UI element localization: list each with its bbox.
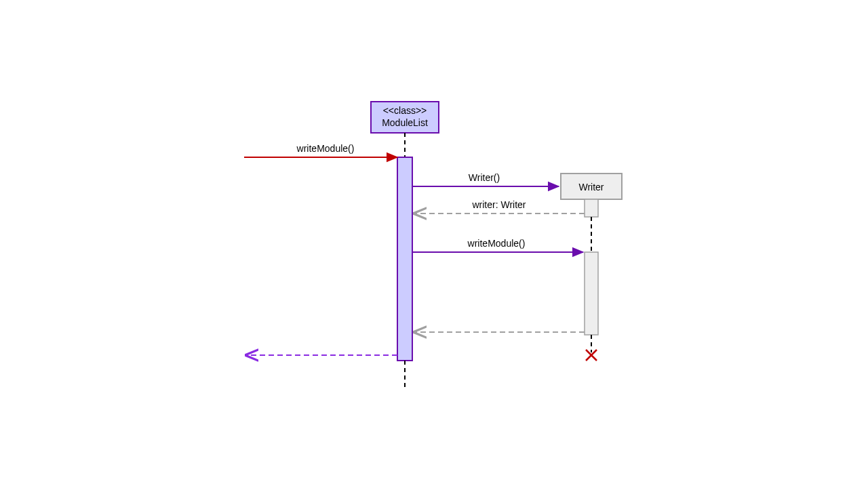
- participant-writer-name: Writer: [578, 182, 604, 192]
- activation-writer-call: [585, 252, 598, 335]
- message-inbound-label: writeModule(): [296, 143, 355, 154]
- message-call-writemodule-label: writeModule(): [467, 238, 526, 249]
- message-create-writer-label: Writer(): [469, 172, 500, 183]
- participant-writer: Writer: [561, 174, 622, 199]
- participant-modulelist-name: ModuleList: [382, 117, 428, 128]
- activation-modulelist: [397, 157, 412, 361]
- participant-modulelist-stereotype: <<class>>: [383, 105, 427, 116]
- sequence-diagram: <<class>> ModuleList Writer writeModule(…: [0, 0, 868, 488]
- participant-modulelist: <<class>> ModuleList: [371, 102, 439, 133]
- message-return-writer-label: writer: Writer: [471, 199, 526, 210]
- activation-writer-create: [585, 199, 598, 217]
